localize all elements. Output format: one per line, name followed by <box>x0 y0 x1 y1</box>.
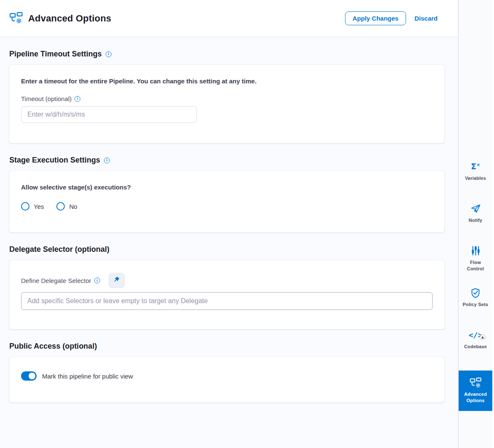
radio-circle-icon[interactable] <box>21 202 29 211</box>
sidebar-item-notify[interactable]: Notify <box>459 202 492 244</box>
timeout-description: Enter a timeout for the entire Pipeline.… <box>21 77 433 85</box>
sidebar-item-label: Codebase <box>464 344 487 350</box>
content-area: Pipeline Timeout Settings i Enter a time… <box>0 37 458 448</box>
sidebar-item-label: Variables <box>465 175 486 181</box>
delegate-card: Define Delegate Selector i <box>9 260 444 329</box>
selective-stage-question: Allow selective stage(s) executions? <box>21 184 433 191</box>
sidebar-item-variables[interactable]: Σ× Variables <box>459 160 492 202</box>
timeout-input[interactable] <box>21 106 197 123</box>
sidebar-item-label: Advanced Options <box>462 391 489 404</box>
delegate-field-label: Define Delegate Selector i <box>21 277 100 284</box>
shield-check-icon <box>470 287 481 299</box>
public-view-toggle[interactable] <box>21 371 37 381</box>
discard-button[interactable]: Discard <box>414 15 438 22</box>
radio-option-yes[interactable]: Yes <box>21 202 44 211</box>
info-icon[interactable]: i <box>106 51 112 57</box>
apply-changes-button[interactable]: Apply Changes <box>345 11 406 25</box>
sidebar-item-label: Notify <box>469 217 482 224</box>
stage-execution-section-heading: Stage Execution Settings i <box>9 156 444 165</box>
stage-execution-heading-label: Stage Execution Settings <box>9 156 100 165</box>
app-root: Advanced Options Apply Changes Discard P… <box>0 0 494 448</box>
sidebar-item-policy-sets[interactable]: Policy Sets <box>459 286 492 328</box>
public-access-heading-label: Public Access (optional) <box>9 342 97 351</box>
radio-no-label: No <box>69 203 77 210</box>
sigma-x-icon: Σ× <box>471 161 480 172</box>
header: Advanced Options Apply Changes Discard <box>0 0 458 37</box>
public-view-toggle-label: Mark this pipeline for public view <box>42 373 133 380</box>
main-panel: Advanced Options Apply Changes Discard P… <box>0 0 458 448</box>
page-title: Advanced Options <box>28 13 112 24</box>
public-access-section-heading: Public Access (optional) <box>9 342 444 351</box>
info-icon[interactable]: i <box>104 157 110 163</box>
public-view-toggle-row: Mark this pipeline for public view <box>21 370 433 390</box>
toggle-knob <box>29 373 35 379</box>
delegate-selector-input[interactable] <box>21 292 433 310</box>
delegate-label-text: Define Delegate Selector <box>21 277 91 284</box>
radio-option-no[interactable]: No <box>56 202 77 211</box>
sidebar-item-flow-control[interactable]: Flow Control <box>459 244 492 286</box>
pin-button[interactable] <box>109 273 125 288</box>
sidebar-item-advanced-options[interactable]: Advanced Options <box>459 371 492 411</box>
timeout-heading-label: Pipeline Timeout Settings <box>9 50 102 59</box>
public-access-card: Mark this pipeline for public view <box>9 357 444 403</box>
timeout-field-label: Timeout (optional) i <box>21 95 433 102</box>
pipeline-gear-icon <box>9 12 23 25</box>
code-warning-icon: </> <box>469 329 483 341</box>
delegate-label-row: Define Delegate Selector i <box>21 273 433 288</box>
delegate-section-heading: Delegate Selector (optional) <box>9 245 444 254</box>
timeout-card: Enter a timeout for the entire Pipeline.… <box>9 65 444 143</box>
delegate-heading-label: Delegate Selector (optional) <box>9 245 109 254</box>
pushpin-icon <box>113 276 120 285</box>
header-actions: Apply Changes Discard <box>345 11 438 25</box>
sidebar-item-label: Flow Control <box>462 259 489 272</box>
sidebar-item-codebase[interactable]: </> Codebase <box>459 328 492 371</box>
timeout-label-text: Timeout (optional) <box>21 95 72 102</box>
selective-stage-radio-group: Yes No <box>21 202 433 220</box>
right-sidebar: Σ× Variables Notify <box>458 0 492 448</box>
sliders-icon <box>471 245 481 256</box>
stage-execution-card: Allow selective stage(s) executions? Yes… <box>9 171 444 232</box>
radio-circle-icon[interactable] <box>56 202 65 211</box>
pipeline-gear-icon <box>470 377 481 388</box>
info-icon[interactable]: i <box>94 277 100 283</box>
radio-yes-label: Yes <box>34 203 44 210</box>
warning-badge-icon <box>480 334 486 340</box>
timeout-section-heading: Pipeline Timeout Settings i <box>9 50 444 59</box>
sidebar-item-label: Policy Sets <box>463 301 489 308</box>
paper-plane-icon <box>470 203 481 214</box>
info-icon[interactable]: i <box>74 96 80 102</box>
